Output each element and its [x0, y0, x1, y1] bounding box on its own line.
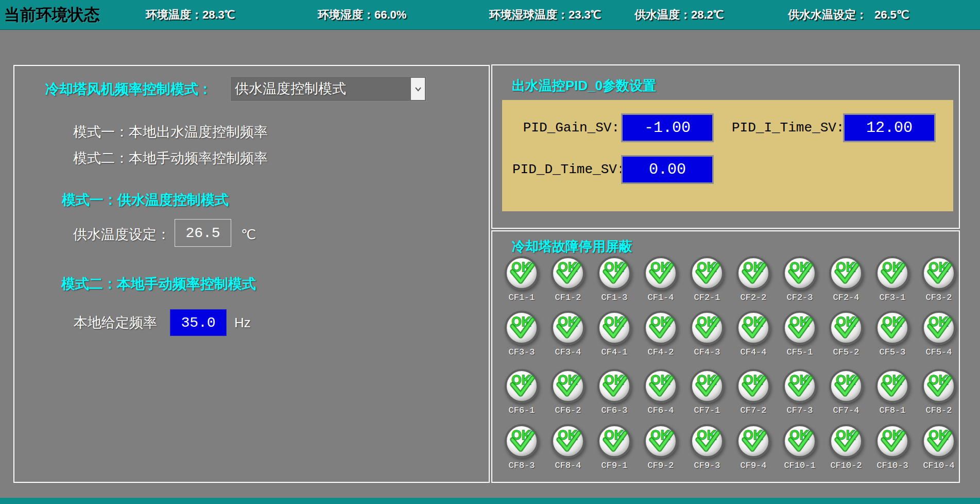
page-title: 当前环境状态: [4, 0, 100, 29]
breaker-label: CF4-3: [694, 347, 720, 357]
fault-mask-ok-button[interactable]: OK: [922, 424, 956, 458]
breaker-label: CF9-3: [694, 461, 720, 471]
fault-mask-ok-button[interactable]: OK: [644, 424, 678, 458]
fault-mask-ok-button[interactable]: OK: [551, 311, 585, 345]
fault-mask-ok-button[interactable]: OK: [736, 369, 770, 403]
supply-temp-setpoint-input[interactable]: 26.5: [175, 219, 231, 247]
breaker-cell: OK CF10-2: [823, 424, 869, 471]
pid-dtime-input[interactable]: 0.00: [621, 155, 714, 184]
fault-mask-ok-button[interactable]: OK: [597, 369, 631, 403]
ok-check-icon: OK: [646, 258, 676, 288]
fault-mask-ok-button[interactable]: OK: [922, 369, 956, 403]
fault-mask-ok-button[interactable]: OK: [875, 311, 909, 345]
breaker-cell: OK CF5-3: [869, 311, 916, 357]
env-humidity-reading: 环境湿度：66.0%: [318, 0, 406, 29]
fault-mask-ok-button[interactable]: OK: [736, 424, 770, 458]
breaker-label: CF8-3: [508, 461, 535, 471]
breaker-cell: OK CF6-3: [591, 369, 638, 415]
fault-mask-ok-button[interactable]: OK: [829, 424, 863, 458]
ok-check-icon: OK: [553, 258, 583, 288]
breaker-cell: OK CF9-1: [591, 424, 638, 471]
fault-mask-ok-button[interactable]: OK: [505, 311, 539, 345]
fault-mask-ok-button[interactable]: OK: [690, 256, 724, 290]
pid-dtime-label: PID_D_Time_SV:: [512, 161, 620, 178]
breaker-label: CF7-4: [833, 406, 859, 415]
breaker-label: CF1-4: [647, 293, 674, 303]
fault-mask-ok-button[interactable]: OK: [875, 369, 909, 403]
breaker-row: OK CF3-3 OK CF3-4 OK CF4-1 OK: [498, 311, 962, 357]
fault-mask-ok-button[interactable]: OK: [922, 256, 956, 290]
breaker-cell: OK CF8-1: [869, 369, 916, 415]
fault-mask-ok-button[interactable]: OK: [829, 256, 863, 290]
ok-check-icon: OK: [553, 426, 583, 456]
breaker-cell: OK CF3-3: [498, 311, 545, 357]
fault-mask-ok-button[interactable]: OK: [597, 424, 631, 458]
breaker-label: CF3-1: [879, 293, 905, 303]
breaker-label: CF8-1: [879, 406, 905, 415]
ok-check-icon: OK: [924, 371, 954, 401]
fault-mask-ok-button[interactable]: OK: [783, 424, 817, 458]
fault-mask-ok-button[interactable]: OK: [783, 369, 817, 403]
breaker-label: CF2-3: [786, 293, 813, 303]
ok-check-icon: OK: [553, 313, 583, 343]
pid-gain-input[interactable]: -1.00: [621, 113, 714, 142]
breaker-label: CF2-1: [694, 293, 720, 303]
chevron-down-icon[interactable]: [411, 78, 425, 100]
breaker-cell: OK CF5-2: [823, 311, 869, 357]
pid-itime-input[interactable]: 12.00: [843, 113, 936, 142]
fault-mask-ok-button[interactable]: OK: [690, 311, 724, 345]
ok-check-icon: OK: [507, 258, 537, 288]
breaker-cell: OK CF10-3: [869, 424, 916, 471]
fault-mask-ok-button[interactable]: OK: [690, 369, 724, 403]
fault-mask-ok-button[interactable]: OK: [736, 256, 770, 290]
top-status-bar: 当前环境状态 环境温度：28.3℃ 环境湿度：66.0% 环境湿球温度：23.3…: [0, 0, 980, 30]
fault-mask-ok-button[interactable]: OK: [736, 311, 770, 345]
fault-mask-ok-button[interactable]: OK: [644, 369, 678, 403]
fault-mask-ok-button[interactable]: OK: [505, 369, 539, 403]
breaker-cell: OK CF1-1: [498, 256, 545, 303]
breaker-label: CF3-2: [925, 293, 952, 303]
fault-mask-ok-button[interactable]: OK: [597, 256, 631, 290]
breaker-label: CF5-1: [786, 347, 813, 357]
fault-mask-ok-button[interactable]: OK: [644, 256, 678, 290]
ok-check-icon: OK: [831, 258, 861, 288]
fault-mask-ok-button[interactable]: OK: [783, 311, 817, 345]
breaker-cell: OK CF2-4: [823, 256, 869, 303]
breaker-cell: OK CF2-3: [777, 256, 823, 303]
breaker-label: CF1-2: [555, 293, 581, 303]
breaker-cell: OK CF7-2: [730, 369, 777, 415]
fault-mask-ok-button[interactable]: OK: [829, 311, 863, 345]
mode-select-value: 供水温度控制模式: [235, 77, 346, 101]
ok-check-icon: OK: [599, 313, 629, 343]
ok-check-icon: OK: [738, 426, 768, 456]
fault-mask-ok-button[interactable]: OK: [875, 256, 909, 290]
fault-mask-ok-button[interactable]: OK: [783, 256, 817, 290]
breaker-label: CF6-2: [555, 406, 581, 415]
mode-select-dropdown[interactable]: 供水温度控制模式: [230, 76, 426, 102]
fault-mask-ok-button[interactable]: OK: [505, 256, 539, 290]
breaker-cell: OK CF8-4: [545, 424, 591, 471]
ok-check-icon: OK: [924, 313, 954, 343]
breaker-label: CF4-2: [647, 347, 674, 357]
fault-mask-ok-button[interactable]: OK: [505, 424, 539, 458]
breaker-label: CF10-3: [876, 461, 908, 471]
breaker-cell: OK CF6-2: [545, 369, 591, 415]
breaker-cell: OK CF8-2: [916, 369, 962, 415]
fault-mask-ok-button[interactable]: OK: [829, 369, 863, 403]
fault-mask-ok-button[interactable]: OK: [551, 369, 585, 403]
fault-mask-ok-button[interactable]: OK: [597, 311, 631, 345]
ok-check-icon: OK: [878, 426, 907, 456]
fault-mask-ok-button[interactable]: OK: [551, 256, 585, 290]
supply-temp-setpoint-label: 供水温度设定：: [73, 226, 170, 243]
breaker-label: CF1-3: [601, 293, 627, 303]
local-frequency-input[interactable]: 35.0: [170, 309, 227, 336]
mode-select-label: 冷却塔风机频率控制模式：: [45, 80, 212, 98]
breaker-cell: OK CF6-1: [498, 369, 545, 415]
fault-mask-panel: 冷却塔故障停用屏蔽 OK CF1-1 OK CF1-2 OK: [491, 230, 960, 483]
fault-mask-ok-button[interactable]: OK: [690, 424, 724, 458]
fault-mask-ok-button[interactable]: OK: [551, 424, 585, 458]
fault-mask-ok-button[interactable]: OK: [644, 311, 678, 345]
breaker-cell: OK CF5-4: [916, 311, 962, 357]
fault-mask-ok-button[interactable]: OK: [922, 311, 956, 345]
fault-mask-ok-button[interactable]: OK: [875, 424, 909, 458]
